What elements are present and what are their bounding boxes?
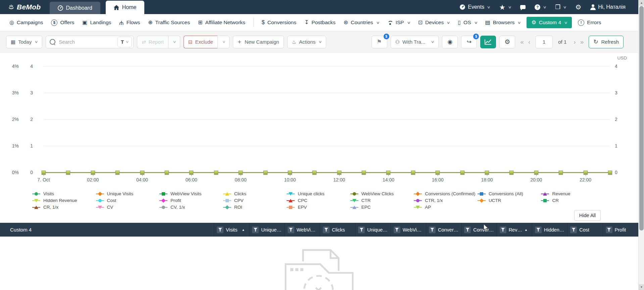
column-header-webvie[interactable]: WebVie...: [285, 223, 320, 237]
help-menu[interactable]: ? ∨: [535, 4, 546, 10]
data-point-marker[interactable]: [263, 171, 267, 175]
table-settings-button[interactable]: ⚙: [499, 36, 515, 48]
search-type-button[interactable]: T ∨: [117, 37, 132, 47]
legend-item[interactable]: CV: [96, 205, 158, 210]
search-input[interactable]: [58, 39, 117, 45]
data-point-marker[interactable]: [559, 171, 563, 175]
column-header-clicks[interactable]: Clicks: [320, 223, 355, 237]
filter-funnel-icon[interactable]: [570, 226, 577, 233]
nav-item-affiliate-networks[interactable]: ⊞Affiliate Networks: [194, 17, 249, 28]
column-header-hidden[interactable]: Hidden ...: [532, 223, 567, 237]
legend-item[interactable]: EPC: [350, 205, 413, 210]
report-dropdown-button[interactable]: ∨: [168, 36, 180, 48]
legend-item[interactable]: Clicks: [223, 191, 286, 196]
chat-button[interactable]: [520, 5, 526, 9]
favorites-menu[interactable]: ★ ∨: [499, 4, 511, 11]
visibility-button[interactable]: ◉: [442, 36, 458, 48]
column-header-convers[interactable]: Convers...: [426, 223, 461, 237]
legend-item[interactable]: CPC: [287, 198, 349, 203]
filter-funnel-icon[interactable]: [394, 226, 400, 233]
legend-item[interactable]: CR: [541, 198, 603, 203]
filter-funnel-icon[interactable]: [535, 226, 542, 233]
nav-item-countries[interactable]: ⊛Countries∨: [340, 17, 383, 28]
legend-item[interactable]: AP: [414, 205, 476, 210]
hide-all-button[interactable]: Hide All: [574, 210, 601, 221]
data-point-marker[interactable]: [362, 171, 366, 175]
legend-item[interactable]: CV, 1/x: [159, 205, 222, 210]
data-point-marker[interactable]: [165, 171, 169, 175]
nav-item-flows[interactable]: ΨFlows: [115, 17, 144, 28]
legend-item[interactable]: Cost: [96, 198, 158, 203]
legend-item[interactable]: WebView Visits: [159, 191, 222, 196]
legend-item[interactable]: EPV: [287, 205, 349, 210]
nav-item-campaigns[interactable]: ◎Campaigns: [5, 17, 47, 28]
tab-home[interactable]: Home: [106, 1, 145, 14]
report-button[interactable]: ⇄ Report: [137, 36, 168, 48]
nav-item-conversions[interactable]: $Conversions: [258, 17, 300, 28]
legend-item[interactable]: WebView Clicks: [350, 191, 413, 196]
share-button[interactable]: ↪ $: [461, 36, 477, 48]
next-page-button[interactable]: ›: [572, 38, 577, 46]
nav-item-offers[interactable]: $Offers: [47, 17, 78, 29]
docs-menu[interactable]: ❐ ∨: [555, 4, 566, 10]
table-header-group-column[interactable]: Custom 4: [0, 223, 214, 237]
filter-funnel-icon[interactable]: [500, 226, 506, 233]
legend-item[interactable]: Conversions (All): [478, 191, 540, 196]
legend-item[interactable]: Conversions (Confirmed): [414, 191, 476, 196]
column-header-unique[interactable]: Unique ...: [249, 223, 285, 237]
legend-item[interactable]: Hidden Revenue: [32, 198, 95, 203]
column-header-convers[interactable]: Convers...: [461, 223, 497, 237]
column-header-cost[interactable]: Cost: [567, 223, 603, 237]
nav-item-browsers[interactable]: ▤Browsers∨: [481, 17, 525, 28]
events-menu[interactable]: Events ∨: [459, 4, 490, 10]
data-point-marker[interactable]: [66, 171, 70, 175]
scrollbar-thumb[interactable]: [639, 6, 644, 231]
nav-item-postbacks[interactable]: ↧Postbacks: [300, 17, 340, 28]
filter-funnel-icon[interactable]: [288, 226, 294, 233]
legend-item[interactable]: CTR, 1/x: [414, 198, 476, 203]
traffic-filter-button[interactable]: ⚇ With Tra... ∨: [391, 36, 439, 48]
nav-item-errors[interactable]: !Errors: [574, 17, 605, 29]
bemob-logo[interactable]: BeMob: [0, 0, 50, 14]
nav-item-custom-4[interactable]: ⚙Custom 4∨: [527, 17, 572, 28]
data-point-marker[interactable]: [312, 171, 316, 175]
chart-toggle-button[interactable]: [480, 36, 496, 48]
filter-funnel-icon[interactable]: [429, 226, 436, 233]
scrollbar-up-button[interactable]: ▲: [639, 0, 644, 6]
legend-item[interactable]: UCTR: [478, 198, 540, 203]
legend-item[interactable]: CPV: [223, 198, 286, 203]
nav-item-devices[interactable]: ⊡Devices∨: [414, 17, 454, 28]
actions-button[interactable]: ♨ Actions ∨: [287, 36, 327, 48]
tab-dashboard[interactable]: Dashboard: [50, 2, 100, 14]
filter-funnel-icon[interactable]: [464, 226, 471, 233]
filter-funnel-icon[interactable]: [606, 226, 612, 233]
settings-button[interactable]: ⚙: [575, 4, 581, 10]
exclude-button[interactable]: ⊟ Exclude: [184, 36, 217, 48]
nav-item-landings[interactable]: ▣Landings: [78, 17, 115, 28]
legend-item[interactable]: CR, 1/x: [32, 205, 95, 210]
data-point-marker[interactable]: [115, 171, 119, 175]
filter-funnel-icon[interactable]: [323, 226, 330, 233]
filter-funnel-icon[interactable]: [217, 226, 224, 233]
date-range-button[interactable]: ▦ Today ∨: [6, 36, 42, 48]
column-header-visits[interactable]: Visits▲: [214, 223, 249, 237]
page-scrollbar[interactable]: ▲ ▼: [638, 0, 644, 290]
first-page-button[interactable]: «: [518, 38, 526, 46]
scrollbar-down-button[interactable]: ▼: [639, 284, 644, 290]
last-page-button[interactable]: »: [579, 38, 586, 46]
column-header-webvie[interactable]: WebVie...: [391, 223, 426, 237]
nav-item-isp[interactable]: ISP∨: [383, 17, 414, 28]
legend-item[interactable]: ROI: [223, 205, 286, 210]
column-header-revenue[interactable]: Revenue▲: [497, 223, 532, 237]
legend-item[interactable]: Profit: [159, 198, 222, 203]
legend-item[interactable]: Unique Visits: [96, 191, 158, 196]
legend-item[interactable]: Revenue: [541, 191, 603, 196]
nav-item-os[interactable]: ▯OS∨: [454, 17, 481, 28]
new-campaign-button[interactable]: + New Campaign: [233, 36, 284, 48]
nav-item-traffic-sources[interactable]: ⊕Traffic Sources: [144, 17, 194, 28]
filter-funnel-icon[interactable]: [252, 226, 259, 233]
data-point-marker[interactable]: [411, 171, 415, 175]
flag-button[interactable]: ⚑ $: [371, 36, 387, 48]
legend-item[interactable]: CTR: [350, 198, 413, 203]
data-point-marker[interactable]: [460, 171, 464, 175]
